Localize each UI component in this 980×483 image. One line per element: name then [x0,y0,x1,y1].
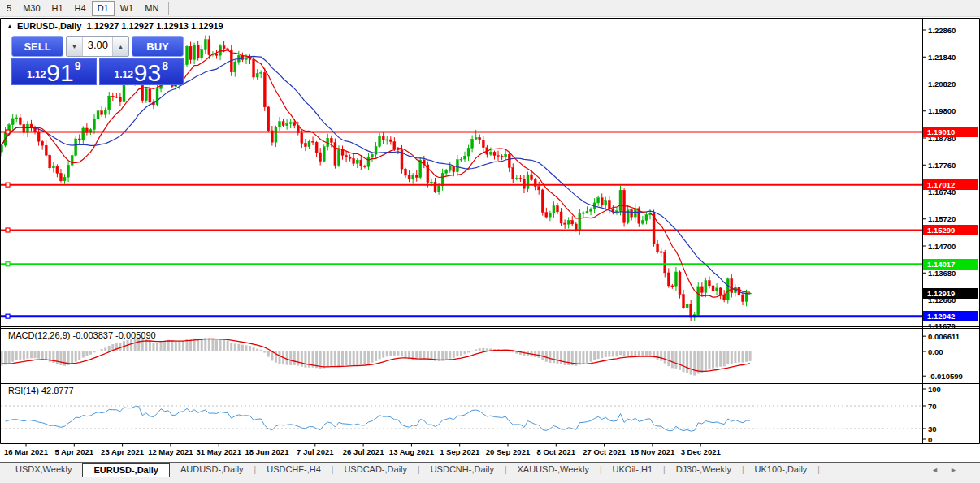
price-axis-label: 1.21840 [928,53,956,62]
price-axis-label: 1.22860 [928,26,956,35]
chart-tab-ukoil-h1[interactable]: UKOil-,H1 [602,463,664,477]
macd-axis-label: -0.010599 [928,372,963,381]
chart-tab-xauusd-weekly[interactable]: XAUUSD-,Weekly [507,463,600,477]
rsi-axis-label: 0 [928,435,932,444]
timeframe-button-h1[interactable]: H1 [46,1,69,16]
chart-tab-usdchf-h4[interactable]: USDCHF-,H4 [256,463,332,477]
sell-button[interactable]: SELL [11,36,63,57]
chart-title: ▲EURUSD-,Daily 1.12927 1.12927 1.12913 1… [7,21,223,31]
buy-price-big: 93 [134,62,161,84]
panel-collapse-arrow-icon[interactable]: ▲ [7,23,13,30]
tab-scroll-right-icon[interactable]: ► [950,466,957,474]
current-price-badge: 1.12919 [923,288,978,299]
buy-price-prefix: 1.12 [114,69,132,80]
rsi-axis-label: 70 [928,402,937,411]
rsi-axis-label: 100 [928,385,941,394]
price-axis-label: 1.20820 [928,80,956,88]
timeframe-button-w1[interactable]: W1 [115,1,140,16]
chart-tab-usdcnh-daily[interactable]: USDCNH-,Daily [420,463,505,477]
price-line-badge: 1.17012 [923,179,978,190]
price-line-badge: 1.14017 [923,259,978,270]
macd-axis-label: 0.006611 [928,332,960,341]
timeframe-button-5[interactable]: 5 [1,1,17,16]
price-axis-label: 1.14700 [928,242,956,251]
timeframe-button-m30[interactable]: M30 [17,1,46,16]
rsi-label: RSI(14) 42.8777 [8,386,74,395]
timeframe-button-d1[interactable]: D1 [92,1,115,16]
chart-tab-audusd-daily[interactable]: AUDUSD-,Daily [170,463,254,477]
price-line-badge: 1.19010 [923,127,978,137]
symbol-title: EURUSD-,Daily [17,21,81,31]
chart-tab-usdx-weekly[interactable]: USDX,Weekly [5,463,82,477]
chart-tab-dj30-weekly[interactable]: DJ30-,Weekly [666,463,742,477]
price-axis-label: 1.15720 [928,214,956,223]
volume-spinner: ▼ 3.00 ▲ [66,36,129,57]
one-click-trading-panel: SELL ▼ 3.00 ▲ BUY 1.12 91 9 1.12 93 8 [11,36,184,85]
sell-price-sup: 9 [75,59,81,72]
price-axis-label: 1.13680 [928,269,956,278]
chart-tab-uk100-daily[interactable]: UK100-,Daily [744,463,818,477]
macd-label: MACD(12,26,9) -0.003837 -0.005090 [8,330,156,340]
price-axis-label: 1.19800 [928,106,956,115]
macd-axis-label: 0.00 [928,347,943,356]
timeframe-button-h4[interactable]: H4 [69,1,92,16]
sell-price-big: 91 [46,62,73,84]
buy-price-display[interactable]: 1.12 93 8 [99,58,184,85]
price-line-badge: 1.15299 [923,225,978,235]
date-axis-label: 3 Dec 2021 [666,447,735,456]
volume-decrease-button[interactable]: ▼ [67,37,83,56]
price-axis-label: 1.11670 [928,321,956,330]
timeframe-toolbar: 5M30H1H4D1W1MN [0,0,980,17]
sell-price-prefix: 1.12 [27,69,46,80]
rsi-axis-label: 30 [928,425,937,433]
price-line-badge: 1.12042 [923,311,978,321]
chart-tab-usdcad-daily[interactable]: USDCAD-,Daily [333,463,418,477]
tab-scroll-left-icon[interactable]: ◄ [931,466,939,474]
price-axis-label: 1.17760 [928,161,956,170]
ohlc-readout: 1.12927 1.12927 1.12913 1.12919 [87,21,223,31]
chart-tab-eurusd-daily[interactable]: EURUSD-,Daily [82,463,169,477]
sell-price-display[interactable]: 1.12 91 9 [11,58,97,85]
buy-button[interactable]: BUY [132,36,184,57]
chart-tab-bar: USDX,WeeklyEURUSD-,DailyAUDUSD-,Daily|US… [0,462,980,483]
volume-input[interactable]: 3.00 [83,37,112,56]
buy-price-sup: 8 [162,59,168,72]
timeframe-button-mn[interactable]: MN [139,1,164,16]
volume-increase-button[interactable]: ▲ [112,37,128,56]
tab-separator: | [817,463,820,477]
toolbar-separator [168,2,169,15]
